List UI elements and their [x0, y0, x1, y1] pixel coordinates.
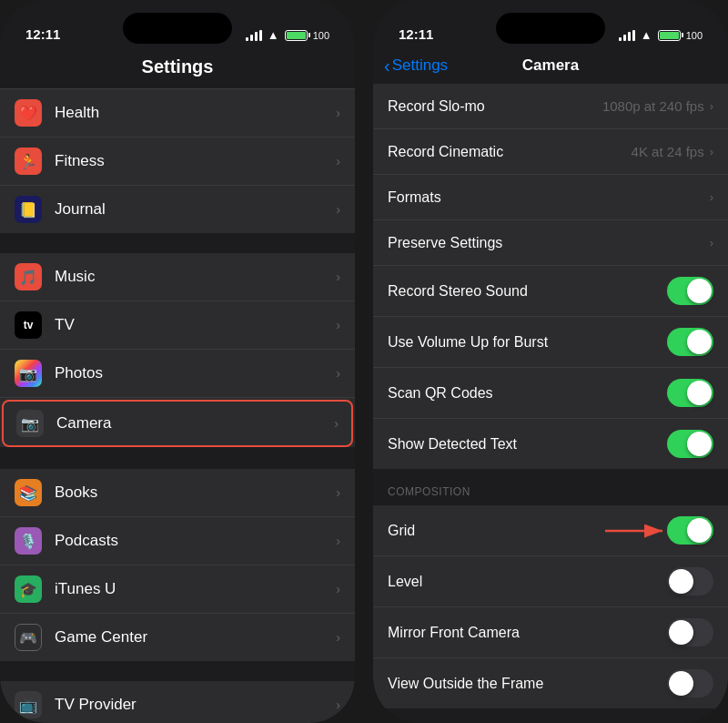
mirror-front-label: Mirror Front Camera [388, 625, 667, 641]
fitness-icon: 🏃 [15, 148, 42, 175]
section-gap [0, 233, 355, 253]
record-cinematic-value: 4K at 24 fps [632, 144, 704, 159]
health-label: Health [55, 104, 336, 122]
grid-item[interactable]: Grid [373, 505, 728, 556]
tv-label: TV [55, 316, 336, 334]
level-label: Level [388, 574, 667, 590]
settings-title: Settings [15, 56, 340, 77]
books-icon: 📚 [15, 479, 42, 506]
wifi-icon-right: ▲ [641, 28, 652, 42]
level-toggle[interactable] [667, 567, 713, 596]
health-icon: ❤️ [15, 99, 42, 127]
preserve-settings-label: Preserve Settings [388, 235, 710, 251]
camera-header: ‹ Settings Camera [373, 49, 728, 84]
camera-settings-title: Camera [522, 56, 579, 75]
list-item[interactable]: Record Cinematic 4K at 24 fps › [373, 129, 728, 175]
chevron-icon: › [336, 485, 340, 500]
tv-provider-label: TV Provider [55, 696, 336, 714]
show-detected-text-toggle[interactable] [667, 430, 713, 458]
chevron-icon: › [710, 99, 713, 113]
record-slo-mo-label: Record Slo-mo [388, 98, 602, 115]
chevron-icon: › [336, 366, 340, 381]
list-item[interactable]: Record Slo-mo 1080p at 240 fps › [373, 84, 728, 129]
section-gap [0, 449, 355, 469]
chevron-icon: › [336, 698, 340, 712]
grid-toggle[interactable] [667, 516, 713, 545]
dynamic-island-right [496, 13, 605, 44]
list-item[interactable]: ❤️ Health › [0, 89, 355, 137]
list-item[interactable]: Preserve Settings › [373, 220, 728, 266]
battery-left: 100 [285, 30, 329, 41]
apps-section: 📚 Books › 🎙️ Podcasts › 🎓 iTunes U › [0, 469, 355, 661]
chevron-icon: › [336, 270, 340, 284]
battery-right: 100 [658, 30, 703, 41]
list-item[interactable]: tv TV › [0, 301, 355, 350]
back-button[interactable]: ‹ Settings [384, 56, 448, 76]
list-item[interactable]: Use Volume Up for Burst [373, 317, 728, 368]
wifi-icon-left: ▲ [268, 28, 279, 42]
volume-burst-toggle[interactable] [667, 328, 713, 356]
composition-section-label: COMPOSITION [373, 469, 728, 505]
camera-item-highlighted[interactable]: 📷 Camera › [2, 400, 353, 447]
list-item[interactable]: 🎙️ Podcasts › [0, 517, 355, 565]
record-stereo-label: Record Stereo Sound [388, 283, 667, 300]
list-item[interactable]: 🎓 iTunes U › [0, 565, 355, 614]
list-item[interactable]: Formats › [373, 175, 728, 220]
view-outside-toggle[interactable] [667, 669, 713, 698]
list-item[interactable]: 🎮 Game Center › [0, 614, 355, 661]
music-label: Music [55, 268, 336, 286]
settings-header: Settings [0, 49, 355, 89]
chevron-icon: › [710, 190, 713, 204]
list-item[interactable]: 📺 TV Provider › [0, 681, 355, 723]
top-section: Record Slo-mo 1080p at 240 fps › Record … [373, 84, 728, 469]
section-gap [0, 661, 355, 681]
formats-label: Formats [388, 189, 710, 206]
list-item[interactable]: 🎵 Music › [0, 253, 355, 301]
scan-qr-label: Scan QR Codes [388, 385, 667, 402]
record-slo-mo-value: 1080p at 240 fps [602, 98, 704, 114]
journal-label: Journal [55, 200, 336, 219]
right-phone: 12:11 ▲ 100 [373, 0, 728, 723]
itunes-u-icon: 🎓 [15, 575, 42, 603]
dynamic-island-left [123, 13, 232, 44]
itunes-u-label: iTunes U [55, 580, 336, 598]
view-outside-frame-item[interactable]: View Outside the Frame [373, 658, 728, 708]
list-item[interactable]: Record Stereo Sound [373, 266, 728, 317]
record-cinematic-label: Record Cinematic [388, 144, 632, 160]
mirror-front-toggle[interactable] [667, 618, 713, 647]
list-item[interactable]: 📚 Books › [0, 469, 355, 517]
journal-icon: 📒 [15, 196, 42, 223]
tv-icon: tv [15, 311, 42, 339]
photo-capture-label: PHOTO CAPTURE [373, 708, 728, 712]
list-item[interactable]: 📒 Journal › [0, 186, 355, 233]
health-section: ❤️ Health › 🏃 Fitness › 📒 Journal › [0, 89, 355, 233]
level-item[interactable]: Level [373, 556, 728, 607]
chevron-icon: › [710, 236, 713, 249]
settings-list[interactable]: ❤️ Health › 🏃 Fitness › 📒 Journal › [0, 89, 355, 723]
photos-icon: 📷 [15, 360, 42, 387]
camera-icon: 📷 [16, 410, 44, 437]
list-item[interactable]: 📷 Photos › [0, 350, 355, 398]
volume-burst-label: Use Volume Up for Burst [388, 334, 667, 351]
tv-provider-icon: 📺 [15, 691, 42, 718]
mirror-front-camera-item[interactable]: Mirror Front Camera [373, 607, 728, 658]
status-icons-right: ▲ 100 [619, 28, 703, 42]
settings-screen: Settings ❤️ Health › 🏃 Fitness › [0, 49, 355, 723]
time-right: 12:11 [399, 26, 433, 42]
list-item[interactable]: 🏃 Fitness › [0, 137, 355, 186]
chevron-icon: › [334, 416, 339, 431]
list-item[interactable]: Show Detected Text [373, 419, 728, 469]
camera-list[interactable]: Record Slo-mo 1080p at 240 fps › Record … [373, 84, 728, 712]
game-center-icon: 🎮 [15, 624, 42, 651]
provider-section: 📺 TV Provider › [0, 681, 355, 723]
composition-section: Grid [373, 505, 728, 708]
chevron-icon: › [710, 145, 713, 158]
record-stereo-toggle[interactable] [667, 277, 713, 305]
scan-qr-toggle[interactable] [667, 379, 713, 407]
signal-icon-left [246, 30, 262, 41]
chevron-icon: › [336, 106, 340, 120]
signal-icon-right [619, 30, 635, 41]
list-item[interactable]: Scan QR Codes [373, 368, 728, 419]
camera-label: Camera [56, 414, 334, 433]
left-phone: 12:11 ▲ 100 Setti [0, 0, 355, 723]
